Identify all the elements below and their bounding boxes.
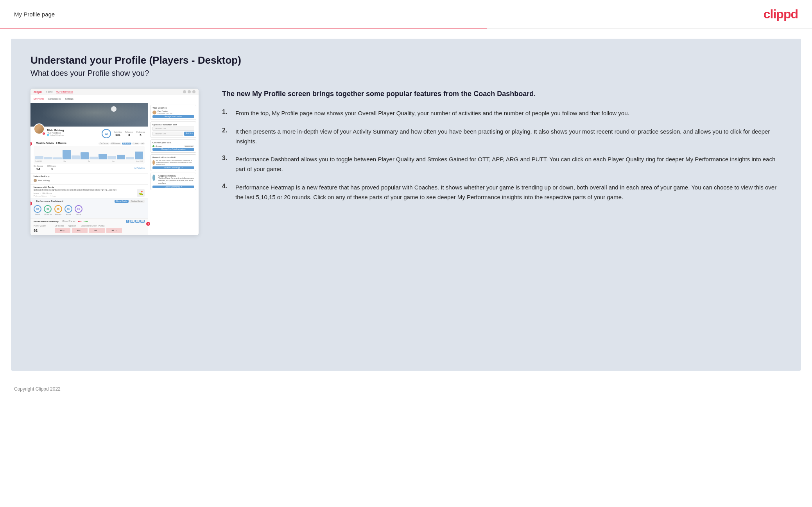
mockup-chart-pills: On Course Off Course 6 Months 1 Year All (99, 143, 145, 145)
mockup-trackman-add-btn[interactable]: Add Link (184, 132, 194, 136)
mockup-nav-home: Home (47, 91, 53, 93)
list-text-2: It then presents a more in-depth view of… (235, 127, 782, 146)
mockup-pill-1y: 1 Year (132, 143, 140, 145)
mockup-manage-coaches-btn[interactable]: Manage Your Coaches (152, 115, 194, 118)
mockup-bar-label-3: Apr (88, 160, 90, 162)
mockup-heatmap-20: 20 (140, 220, 145, 223)
mockup-heatmap-title: Performance Heatmap 5 Round Change: 5 10… (34, 220, 145, 223)
mockup-ring-circle-arg: 86 (65, 205, 72, 213)
mockup-ring-label-arg: Around (66, 213, 71, 215)
mockup-bar-7 (90, 157, 98, 159)
list-number-2: 2. (222, 127, 230, 134)
mockup-bar-4 (63, 150, 71, 159)
mockup-perf-rings: 92 Overall 90 Off The Tee 85 Approach (34, 204, 145, 217)
mockup-bar-1 (35, 156, 43, 159)
mockup-lesson-row: Nothing to feel like my slightly are wor… (34, 189, 145, 197)
mockup-lesson-media: Photos and Videos • 1 Image (34, 195, 134, 197)
mockup-heatmap-header-row: Player Quality Off the Tee Approach Arou… (34, 225, 145, 227)
mockup-heatmap-grad-right (83, 221, 88, 222)
mockup-nav: Home My Performance (47, 91, 73, 93)
mockup-right-panel: Your Coaches Dan Davies Barnehurst Golf … (148, 103, 199, 235)
mockup-arccos-label: Arccos (156, 145, 161, 147)
mockup-lesson-duration: 01h : 30 mins (43, 192, 52, 194)
mockup-heatmap-pq-val: 92 (34, 229, 53, 232)
mockup-all-activities-link[interactable]: All Activities (134, 167, 145, 169)
mockup-browser-bar: clippd Home My Performance (30, 89, 199, 95)
section-title: Understand your Profile (Players - Deskt… (30, 54, 782, 66)
mockup-coaches-box: Your Coaches Dan Davies Barnehurst Golf … (151, 105, 196, 120)
mockup-bar-3 (53, 157, 61, 159)
section-subtitle: What does your Profile show you? (30, 69, 782, 78)
mockup-heatmap-header-putt: Putting (99, 225, 106, 227)
mockup-ring-arg: 86 Around (65, 205, 72, 215)
mockup-launch-community-btn[interactable]: Launch Community ↗ (152, 186, 194, 188)
mockup-stat-following: Following 5 (136, 131, 145, 137)
mockup-toggle-sg: Strokes Gained (129, 200, 145, 203)
mockup-ring-circle-overall: 92 (34, 205, 41, 213)
mockup-stat-followers: Followers 3 (125, 131, 133, 137)
mockup-lesson-left: Nothing to feel like my slightly are wor… (34, 189, 134, 197)
mockup-drill-row: Be one of the Clippd Community who is no… (152, 159, 194, 165)
mockup-activity-row: Blair McHarg (34, 178, 145, 183)
mockup-stat-off-course: Off Course 3 (47, 165, 56, 171)
mockup-pill-on: On Course (99, 143, 109, 145)
mockup-profile-section: 1 Blair McHarg Plus Handicap 🌐 United Ki… (30, 127, 148, 140)
numbered-list: 1. From the top, My Profile page now sho… (222, 109, 782, 202)
mockup-launch-capture-btn[interactable]: Launch Capture App ↗ (152, 166, 194, 169)
mockup-bar-5 (72, 155, 80, 159)
mockup-screenshot: clippd Home My Performance My Profile Co… (30, 89, 199, 235)
mockup-connect-data-box: Connect your data Arccos Disconnect Mana… (151, 139, 196, 153)
mockup-bar-12 (135, 152, 143, 159)
mockup-ring-label-overall: Overall (35, 213, 40, 215)
mockup-ring-circle-app: 85 (54, 205, 62, 213)
mockup-bar-10 (117, 155, 125, 159)
mockup-bar-11 (126, 157, 134, 159)
footer: Copyright Clippd 2022 (0, 380, 812, 398)
mockup-coach-info: Dan Davies Barnehurst Golf Club (158, 110, 172, 114)
mockup-heatmap-ott-cell: 90 ↓↓ (55, 228, 70, 233)
mockup-bar-9 (108, 156, 116, 159)
mockup-ring-app: 85 Approach (54, 205, 62, 215)
mockup-heatmap-app-cell: 85 ↓↓ (72, 228, 88, 233)
mockup-lesson-title: Lesson with Fonty (34, 186, 145, 188)
list-text-4: Performance Heatmap is a new feature tha… (235, 183, 782, 202)
mockup-activity-section: 2 Monthly Activity - 6 Months On Course … (30, 140, 148, 173)
mockup-left-col: 1 Blair McHarg Plus Handicap 🌐 United Ki… (30, 103, 148, 235)
section-heading: Understand your Profile (Players - Deskt… (30, 54, 782, 78)
mockup-activity-header: 2 Monthly Activity - 6 Months On Course … (34, 142, 145, 145)
mockup-heatmap-rows: Player Quality Off the Tee Approach Arou… (34, 224, 145, 234)
mockup-toggle-pq: Player Quality (115, 200, 129, 203)
mockup-trackman-placeholder: Trackman Link (152, 127, 194, 131)
mockup-arccos-row: Arccos Disconnect (152, 145, 194, 147)
mockup-ring-label-ott: Off The Tee (44, 213, 52, 215)
mockup-hero (30, 103, 148, 127)
mockup-stats-row: 92 Activities 131 Followers 3 Following (102, 129, 145, 138)
mockup-bars (35, 148, 143, 159)
mockup-perf-dashboard: Player Quality Strokes Gained 3 Performa… (30, 198, 148, 218)
mockup-lesson-icon: ⛳ (137, 189, 145, 197)
mockup-latest-activity: Latest Activity Blair McHarg (30, 173, 148, 184)
mockup-badge-3: 3 (30, 202, 32, 205)
mockup-drill-text: Be one of the Clippd Community who is no… (156, 159, 194, 165)
mockup-icon-settings (188, 90, 191, 93)
mockup-activity-user-name: Blair McHarg (38, 179, 50, 182)
mockup-heatmap-5: 5 (126, 220, 129, 223)
mockup-manage-integrations-btn[interactable]: Manage Your Data Integrations (152, 148, 194, 151)
mockup-ring-circle-ott: 90 (44, 205, 52, 213)
mockup-trackman-title: Upload a Trackman Test (152, 123, 194, 126)
mockup-profile-info: Blair McHarg Plus Handicap 🌐 United King… (47, 129, 98, 136)
mockup-connect-data-title: Connect your data (152, 141, 194, 144)
mockup-community-text: Visit the Clippd Community and discover … (158, 177, 194, 185)
mockup-heatmap-round-change: 5 Round Change: (62, 220, 75, 222)
list-item-3: 3. Performance Dashboard allows you to t… (222, 155, 782, 174)
mockup-trackman-actions: Trackman Link Add Link (152, 132, 194, 136)
mockup-heatmap-gradient (78, 221, 88, 222)
mockup-trackman-input-field[interactable]: Trackman Link (152, 132, 183, 136)
mockup-arccos-disconnect-btn[interactable]: Disconnect (184, 145, 194, 147)
list-item-4: 4. Performance Heatmap is a new feature … (222, 183, 782, 202)
mockup-pill-off: Off Course (110, 143, 121, 145)
mockup-ring-ott: 90 Off The Tee (44, 205, 52, 215)
mockup-quality-ring: 92 (102, 129, 111, 138)
mockup-profile-badge-1: 1 (42, 132, 45, 135)
page-title: My Profile page (14, 11, 55, 18)
